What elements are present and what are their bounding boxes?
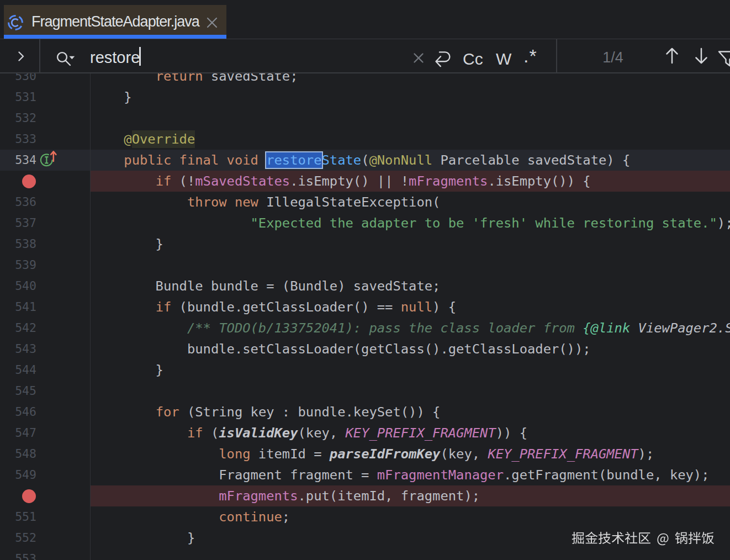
- active-tab-indicator: [4, 35, 226, 39]
- code-line-550[interactable]: mFragments.put(itemId, fragment);: [0, 485, 730, 506]
- regex-button[interactable]: .*: [523, 40, 537, 72]
- toggle-find-replace-button[interactable]: [0, 39, 39, 72]
- ide-window: FragmentStateAdapter.java restore Cc W .…: [0, 0, 730, 560]
- line-number[interactable]: 553: [0, 548, 36, 560]
- line-number[interactable]: 544: [0, 360, 36, 381]
- line-number[interactable]: 532: [0, 108, 36, 129]
- code-line-549[interactable]: 549 Fragment fragment = mFragmentManager…: [0, 464, 730, 485]
- code-editor[interactable]: 530 return savedState;531 }532533 @Overr…: [0, 73, 730, 560]
- prev-occurrence-icon[interactable]: [664, 46, 680, 65]
- search-icon[interactable]: [56, 51, 80, 68]
- code-line-542[interactable]: 542 /** TODO(b/133752041): pass the clas…: [0, 318, 730, 339]
- line-number[interactable]: 552: [0, 527, 36, 548]
- code-line-543[interactable]: 543 bundle.setClassLoader(getClass().get…: [0, 339, 730, 360]
- tab-fragmentstateadapter-java[interactable]: FragmentStateAdapter.java: [4, 5, 226, 35]
- code-line-531[interactable]: 531 }: [0, 87, 730, 108]
- code-line-530[interactable]: 530 return savedState;: [0, 73, 730, 87]
- line-number[interactable]: 530: [0, 73, 36, 87]
- code-line-535[interactable]: if (!mSavedStates.isEmpty() || !mFragmen…: [0, 171, 730, 192]
- code-text: mFragments.put(itemId, fragment);: [92, 485, 480, 506]
- line-number[interactable]: 542: [0, 318, 36, 339]
- code-line-534[interactable]: 534 public final void restoreState(@NonN…: [0, 150, 730, 171]
- code-line-548[interactable]: 548 long itemId = parseIdFromKey(key, KE…: [0, 443, 730, 464]
- watermark-juejin: [572, 529, 715, 551]
- text-caret: [139, 47, 141, 66]
- tab-close-icon[interactable]: [205, 16, 219, 29]
- code-text: if (!mSavedStates.isEmpty() || !mFragmen…: [92, 171, 591, 192]
- code-line-538[interactable]: 538 }: [0, 234, 730, 255]
- line-number[interactable]: 539: [0, 255, 36, 276]
- line-number[interactable]: 534: [0, 150, 36, 171]
- tab-title: FragmentStateAdapter.java: [31, 8, 199, 36]
- line-number[interactable]: 548: [0, 443, 36, 464]
- gutter-separator: [90, 73, 91, 560]
- code-line-537[interactable]: 537 "Expected the adapter to be 'fresh' …: [0, 213, 730, 234]
- code-line-533[interactable]: 533 @Override: [0, 129, 730, 150]
- line-number[interactable]: 543: [0, 339, 36, 360]
- code-text: public final void restoreState(@NonNull …: [92, 150, 630, 171]
- line-number[interactable]: 536: [0, 192, 36, 213]
- breakpoint-icon[interactable]: [22, 175, 36, 188]
- code-text: throw new IllegalStateException(: [92, 192, 440, 213]
- code-text: }: [92, 234, 163, 255]
- clear-icon[interactable]: [412, 51, 425, 65]
- line-number[interactable]: 540: [0, 276, 36, 297]
- line-number[interactable]: 538: [0, 234, 36, 255]
- chevron-right-icon: [17, 51, 25, 61]
- code-text: for (String key : bundle.keySet()) {: [92, 401, 440, 422]
- filter-icon[interactable]: [718, 50, 730, 68]
- code-text: Bundle bundle = (Bundle) savedState;: [92, 276, 440, 297]
- code-line-539[interactable]: 539: [0, 255, 730, 276]
- breakpoint-icon[interactable]: [22, 489, 36, 503]
- next-occurrence-icon[interactable]: [694, 46, 709, 65]
- code-line-544[interactable]: 544 }: [0, 360, 730, 381]
- code-text: }: [92, 87, 132, 108]
- line-number[interactable]: 541: [0, 297, 36, 318]
- code-text: bundle.setClassLoader(getClass().getClas…: [92, 339, 591, 360]
- code-line-547[interactable]: 547 if (isValidKey(key, KEY_PREFIX_FRAGM…: [0, 422, 730, 443]
- implementing-method-gutter-icon[interactable]: [40, 150, 62, 168]
- code-line-546[interactable]: 546 for (String key : bundle.keySet()) {: [0, 401, 730, 422]
- code-text: "Expected the adapter to be 'fresh' whil…: [92, 213, 730, 234]
- find-toolbar: restore Cc W .* 1/4: [0, 39, 730, 73]
- search-match-selection: restore: [266, 152, 321, 168]
- code-text: long itemId = parseIdFromKey(key, KEY_PR…: [92, 443, 654, 464]
- code-line-551[interactable]: 551 continue;: [0, 506, 730, 527]
- separator: [556, 39, 557, 72]
- code-text: @Override: [92, 129, 195, 150]
- code-text: Fragment fragment = mFragmentManager.get…: [92, 464, 710, 485]
- code-text: }: [92, 527, 195, 548]
- code-text: continue;: [92, 506, 290, 527]
- code-line-540[interactable]: 540 Bundle bundle = (Bundle) savedState;: [0, 276, 730, 297]
- java-class-icon: [7, 14, 24, 31]
- newline-icon[interactable]: [433, 51, 452, 68]
- code-text: if (isValidKey(key, KEY_PREFIX_FRAGMENT)…: [92, 422, 527, 443]
- separator: [39, 39, 40, 72]
- editor-tab-bar: FragmentStateAdapter.java: [0, 0, 730, 39]
- search-results-counter: 1/4: [574, 41, 652, 73]
- match-case-button[interactable]: Cc: [463, 43, 483, 75]
- code-line-536[interactable]: 536 throw new IllegalStateException(: [0, 192, 730, 213]
- code-text: if (bundle.getClassLoader() == null) {: [92, 297, 456, 318]
- line-number[interactable]: 531: [0, 87, 36, 108]
- line-number[interactable]: 537: [0, 213, 36, 234]
- line-number[interactable]: 551: [0, 506, 36, 527]
- line-number[interactable]: 545: [0, 381, 36, 401]
- words-button[interactable]: W: [496, 43, 511, 75]
- code-text: return savedState;: [92, 73, 298, 87]
- code-line-532[interactable]: 532: [0, 108, 730, 129]
- line-number[interactable]: 549: [0, 464, 36, 485]
- code-line-545[interactable]: 545: [0, 381, 730, 401]
- line-number[interactable]: 547: [0, 422, 36, 443]
- search-input[interactable]: restore: [90, 41, 140, 74]
- code-text: }: [92, 360, 163, 381]
- code-line-541[interactable]: 541 if (bundle.getClassLoader() == null)…: [0, 297, 730, 318]
- line-number[interactable]: 546: [0, 401, 36, 422]
- code-text: /** TODO(b/133752041): pass the class lo…: [92, 318, 730, 339]
- line-number[interactable]: 533: [0, 129, 36, 150]
